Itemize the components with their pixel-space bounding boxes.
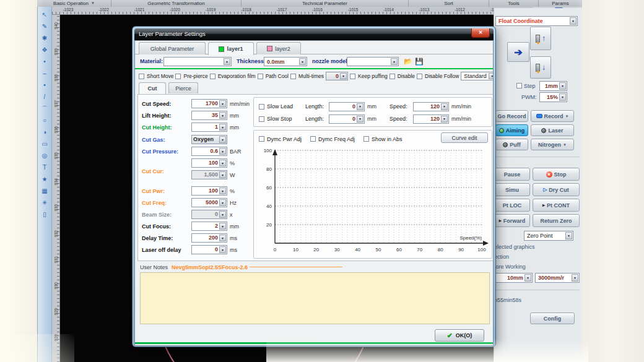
path-cool-checkbox[interactable]: [258, 74, 263, 79]
cut-power-field[interactable]: 100▼: [191, 186, 227, 196]
mode-select[interactable]: Standard ▼: [461, 72, 494, 80]
slow-lead-length-field[interactable]: 0▼: [329, 102, 365, 111]
slow-stop-checkbox[interactable]: [259, 116, 264, 122]
nozzle-up-button[interactable]: ↑: [530, 27, 551, 50]
dry-cut-button[interactable]: ▷ Dry Cut: [533, 183, 580, 196]
short-move-checkbox[interactable]: [139, 74, 144, 79]
pt-cont-button[interactable]: ▸ Pt CONT: [533, 199, 580, 212]
travel-speed-select[interactable]: 3000mm/r ▼: [535, 273, 580, 283]
stop-button[interactable]: ✕ Stop: [533, 168, 580, 181]
evaporation-film-checkbox[interactable]: [210, 74, 215, 79]
tab-layer1[interactable]: layer1: [208, 42, 254, 55]
cut-speed-field[interactable]: 1700▼: [191, 99, 227, 108]
keep-puffing-checkbox[interactable]: [350, 74, 355, 79]
menu-geometric-transformation[interactable]: Geometric Transformation: [111, 0, 242, 7]
step-size-select[interactable]: 1mm ▼: [539, 81, 567, 91]
array-tool-icon[interactable]: ▦: [40, 186, 50, 196]
multi-times-label: Multi-times: [298, 73, 324, 79]
disable-follow-checkbox[interactable]: [417, 74, 422, 79]
multi-times-count-select[interactable]: 0 ▼: [326, 72, 348, 80]
laser-button[interactable]: Laser: [531, 124, 574, 136]
cut-height-field[interactable]: 1▼: [191, 123, 227, 132]
puff-button[interactable]: Puff: [495, 139, 528, 150]
menu-technical-parameter[interactable]: Technical Parameter: [242, 0, 409, 7]
menu-basic-operation[interactable]: Basic Operation ▼: [37, 0, 111, 7]
pre-pierce-checkbox[interactable]: [175, 74, 181, 79]
open-folder-icon[interactable]: 📂: [404, 58, 412, 66]
slow-stop-length-field[interactable]: 0▼: [329, 114, 365, 124]
menu-sort[interactable]: Sort: [409, 0, 489, 7]
point-tool-icon[interactable]: –: [40, 69, 50, 79]
jog-right-button[interactable]: ➔: [507, 42, 529, 62]
target-circle-tool-icon[interactable]: ◎: [40, 151, 50, 161]
cut-pressure-field[interactable]: 0.6▼: [191, 147, 227, 156]
cut-freq-field[interactable]: 5000▼: [191, 198, 227, 207]
cut-current-percent-field[interactable]: 100▼: [191, 158, 227, 168]
go-record-button[interactable]: Go Record: [495, 110, 528, 122]
material-select[interactable]: ▼: [163, 57, 232, 66]
coordinate-mode-select[interactable]: Float Coordinate ▼: [495, 16, 578, 26]
pwm-select[interactable]: 15% ▼: [539, 92, 567, 102]
delay-time-field[interactable]: 200▼: [191, 233, 227, 243]
simu-button[interactable]: Simu: [494, 183, 530, 196]
dymc-pwr-adj-checkbox[interactable]: [259, 136, 264, 142]
pt-loc-button[interactable]: Pt LOC: [494, 199, 530, 212]
nozzle-model-select[interactable]: ▼: [347, 57, 399, 66]
menu-tools[interactable]: Tools: [489, 0, 539, 7]
aiming-button[interactable]: Aiming: [495, 124, 528, 136]
cut-current-watt-field[interactable]: 1,500▼: [191, 170, 227, 179]
step-checkbox[interactable]: [516, 83, 522, 88]
param-row: Cut Height: 1▼ mm: [142, 122, 239, 132]
beam-size-field[interactable]: 0▼: [191, 210, 227, 219]
tab-global-parameter[interactable]: Global Parameter: [139, 42, 206, 54]
slow-stop-speed-field[interactable]: 120▼: [413, 114, 449, 124]
accent-divider: [135, 342, 493, 344]
select-tool-icon[interactable]: ↖: [40, 10, 50, 20]
zero-point-select[interactable]: Zero Point ▼: [524, 231, 573, 241]
save-icon[interactable]: 💾: [415, 58, 424, 66]
lift-height-field[interactable]: 35▼: [191, 111, 227, 120]
pause-button[interactable]: Pause: [494, 168, 530, 181]
nozzle-down-button[interactable]: ↓: [530, 56, 551, 79]
line-tool-icon[interactable]: /: [40, 92, 50, 102]
arc-tool-icon[interactable]: ⌒: [40, 104, 50, 114]
gas-select-button[interactable]: Nitrogen ▼: [531, 139, 574, 150]
disable-checkbox[interactable]: [389, 74, 395, 79]
fill-tool-icon[interactable]: ✱: [40, 33, 50, 43]
travel-distance-select[interactable]: 10mm ▼: [495, 273, 533, 283]
thickness-select[interactable]: 0.0mm ▼: [264, 57, 307, 66]
star-tool-icon[interactable]: ★: [40, 175, 50, 184]
slow-lead-speed-field[interactable]: 120▼: [413, 102, 449, 111]
close-button[interactable]: ✕: [471, 28, 490, 38]
pan-tool-icon[interactable]: ✥: [40, 45, 50, 55]
measure-tool-icon[interactable]: ✳: [40, 198, 50, 208]
dot-tool-icon[interactable]: •: [40, 80, 50, 90]
cut-focus-field[interactable]: 2▼: [191, 222, 227, 231]
tab-layer2[interactable]: layer2: [256, 42, 301, 54]
show-in-abs-checkbox[interactable]: [363, 136, 369, 142]
forward-button[interactable]: ▸ Forward: [494, 214, 530, 227]
tab-cut[interactable]: Cut: [139, 82, 166, 94]
node-edit-tool-icon[interactable]: ✎: [40, 22, 50, 32]
tab-pierce[interactable]: Pierce: [168, 82, 198, 93]
return-zero-button[interactable]: Return Zero: [533, 214, 580, 227]
new-file-tool-icon[interactable]: ▯: [40, 210, 50, 220]
laser-off-delay-field[interactable]: 0▼: [191, 245, 227, 254]
slow-lead-checkbox[interactable]: [259, 104, 264, 110]
accent-divider: [135, 68, 493, 69]
rectangle-tool-icon[interactable]: ▭: [40, 139, 50, 149]
dialog-title-bar[interactable]: Layer Parameter Settings ✕: [134, 28, 494, 40]
user-notes-textarea[interactable]: [140, 272, 490, 324]
menu-params[interactable]: Params: [539, 0, 582, 7]
text-tool-icon[interactable]: T: [40, 163, 50, 173]
ok-button[interactable]: ✔ OK(O): [435, 329, 484, 342]
eraser-tool-icon[interactable]: •: [40, 57, 50, 67]
curve-edit-button[interactable]: Curve edit: [441, 132, 488, 143]
circle-tool-icon[interactable]: ○: [40, 116, 50, 126]
cut-gas-select[interactable]: Oxygen▼: [191, 135, 227, 144]
config-button[interactable]: Config: [530, 312, 575, 324]
multi-times-checkbox[interactable]: [290, 74, 296, 79]
ellipse-tool-icon[interactable]: ◑: [40, 127, 50, 137]
dymc-freq-adj-checkbox[interactable]: [310, 136, 316, 142]
record-button[interactable]: Record ▼: [531, 110, 574, 122]
